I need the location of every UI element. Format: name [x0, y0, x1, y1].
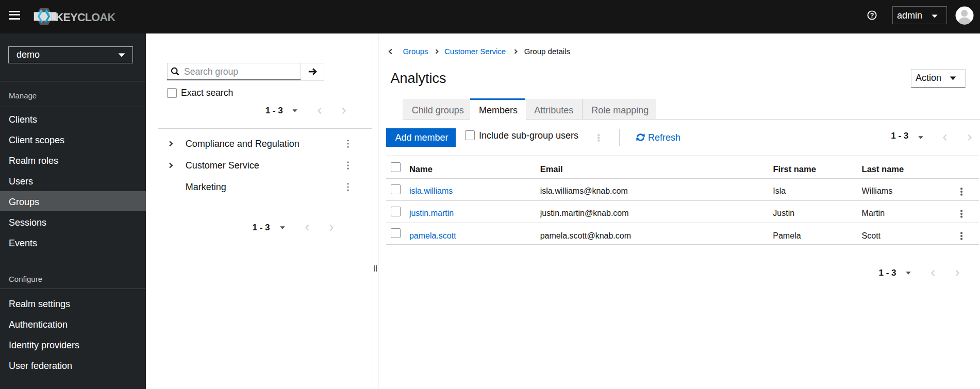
- svg-text:?: ?: [870, 12, 874, 19]
- svg-text:KEYCLOAK: KEYCLOAK: [56, 11, 116, 24]
